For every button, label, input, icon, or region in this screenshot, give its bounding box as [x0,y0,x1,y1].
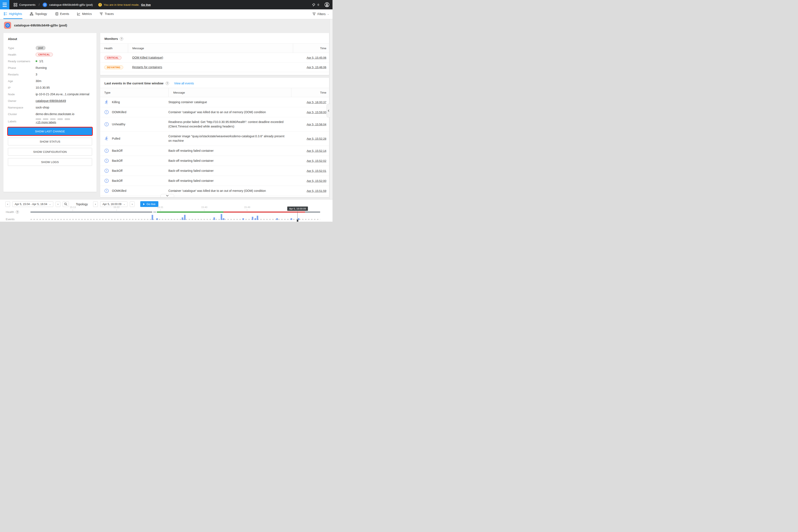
event-message: Container 'catalogue' was killed due to … [168,110,291,114]
monitor-time-link[interactable]: Apr 5, 15:45:06 [307,56,326,59]
view-all-events-link[interactable]: View all events [174,82,194,85]
event-count-bar [257,216,258,220]
event-count-bar [291,218,292,220]
health-segment [31,211,152,213]
event-row: Pulled Container image "quay.io/stacksta… [100,132,329,146]
more-labels-link[interactable]: +15 more labels [36,121,56,124]
pod-icon [5,23,10,28]
label-pills [36,118,92,120]
event-time-link[interactable]: Apr 5, 15:52:28 [307,137,326,140]
expand-events-tab[interactable] [160,194,174,197]
hamburger-menu-icon[interactable] [0,0,10,10]
monitors-panel: Monitors ? Health Message Time CRITICAL … [100,33,329,75]
event-row: OOMKilled Container 'catalogue' was kill… [100,186,329,196]
tab-metrics[interactable]: Metrics [77,10,92,19]
owner-label: Owner [8,98,36,103]
tab-events[interactable]: Events [55,10,70,19]
monitor-message-link[interactable]: Restarts for containers [132,65,162,69]
collapse-panel-tab[interactable] [326,104,330,117]
monitor-time-link[interactable]: Apr 5, 15:46:06 [307,65,326,69]
event-type: Pulled [112,137,120,140]
events-panel: Last events in the current time window ?… [100,78,329,197]
timeline: 15:13 15:22 15:31 15:40 15:49 [31,200,320,222]
timeline-tick: 15:49 [244,206,250,211]
event-type: OOMKilled [112,189,127,192]
events-col-type: Type [100,88,168,97]
time-marker-line [297,211,298,220]
event-message: Back-off restarting failed container [168,158,291,163]
breadcrumb-entity[interactable]: catalogue-69b58cb649-gjl5v (pod) [49,3,93,6]
type-value-pill: pod [36,46,45,50]
alert-circle-icon [104,178,109,183]
timeline-tick: 15:22 [113,206,119,211]
event-type: BackOff [112,149,122,152]
breadcrumb-components[interactable]: Components [19,3,36,6]
event-time-link[interactable]: Apr 5, 15:56:04 [307,123,326,126]
event-count-bar [221,214,222,220]
time-marker-flag: Apr 5, 16:00:09 [287,207,308,211]
filters-button[interactable]: Filters ⌄ [312,10,329,19]
health-timeline-bar [31,211,320,213]
health-segment [223,211,305,213]
event-time-link[interactable]: Apr 5, 15:52:14 [307,149,326,152]
event-time-link[interactable]: Apr 5, 15:52:01 [307,169,326,172]
event-time-link[interactable]: Apr 5, 16:00:37 [307,101,326,104]
monitors-col-message: Message [128,44,293,53]
monitors-table-header: Health Message Time [100,43,329,53]
event-count-bar [223,218,225,220]
event-count-bar [152,215,153,220]
event-count-bar [252,217,253,220]
label-pill [50,118,56,120]
event-type: OOMKilled [112,110,127,114]
label-pill [36,118,41,120]
health-help-icon[interactable]: ? [16,210,19,213]
node-value: ip-10-0-21-204.eu-w...1.compute.internal [36,92,92,97]
event-count-bar [276,218,278,220]
monitor-message-link[interactable]: OOM Killed (catalogue) [132,56,163,59]
event-type: BackOff [112,179,122,183]
event-row: Unhealthy Readiness probe failed: Get "h… [100,196,329,197]
events-help-icon[interactable]: ? [166,82,169,85]
go-live-link[interactable]: Go live [141,3,151,6]
event-count-bar [254,218,256,220]
owner-link[interactable]: catalogue-69b58cb649 [36,99,66,102]
event-time-link[interactable]: Apr 5, 15:52:02 [307,159,326,163]
show-last-change-button[interactable]: SHOW LAST CHANGE [8,128,92,135]
monitors-title: Monitors [104,37,118,40]
page-title: catalogue-69b58cb649-gjl5v (pod) [14,23,67,27]
tab-highlights[interactable]: Highlights [3,10,22,19]
about-panel: About Type pod Health CRITICAL Ready con… [3,33,97,192]
breadcrumb-separator: / [39,3,40,6]
event-count-bar [213,217,215,220]
monitors-help-icon[interactable]: ? [120,37,123,40]
event-type: Unhealthy [112,122,125,126]
event-row: BackOff Back-off restarting failed conta… [100,176,329,186]
cluster-value: demo-dev.demo.stackstate.io [36,112,92,116]
time-travel-warning-icon: ! [98,3,102,6]
user-avatar[interactable] [324,2,329,7]
event-message: Container 'catalogue' was killed due to … [168,189,291,193]
event-time-link[interactable]: Apr 5, 15:52:00 [307,179,326,183]
health-segment [157,211,224,213]
label-pill [64,118,70,120]
phase-value: Running [36,65,92,70]
restarts-value: 3 [36,72,92,77]
event-count-bar [242,218,244,220]
event-time-link[interactable]: Apr 5, 15:59:00 [307,111,326,114]
tab-topology[interactable]: Topology [30,10,47,19]
event-time-link[interactable]: Apr 5, 15:51:59 [307,189,326,192]
pin-icon[interactable] [311,3,316,7]
range-prev-button[interactable]: ‹ [5,202,10,207]
monitors-col-time: Time [293,44,329,53]
show-configuration-button[interactable]: SHOW CONFIGURATION [8,148,92,156]
ready-status-dot [36,60,37,62]
app-root: Components / catalogue-69b58cb649-gjl5v … [0,0,332,222]
runner-icon [104,100,109,104]
time-marker-handle[interactable] [297,220,298,222]
age-value: 30m [36,79,92,83]
show-logs-button[interactable]: SHOW LOGS [8,158,92,166]
tab-traces[interactable]: Traces [99,10,114,19]
pod-icon [43,3,47,7]
events-row-label: Events [6,217,15,221]
show-status-button[interactable]: SHOW STATUS [8,138,92,145]
